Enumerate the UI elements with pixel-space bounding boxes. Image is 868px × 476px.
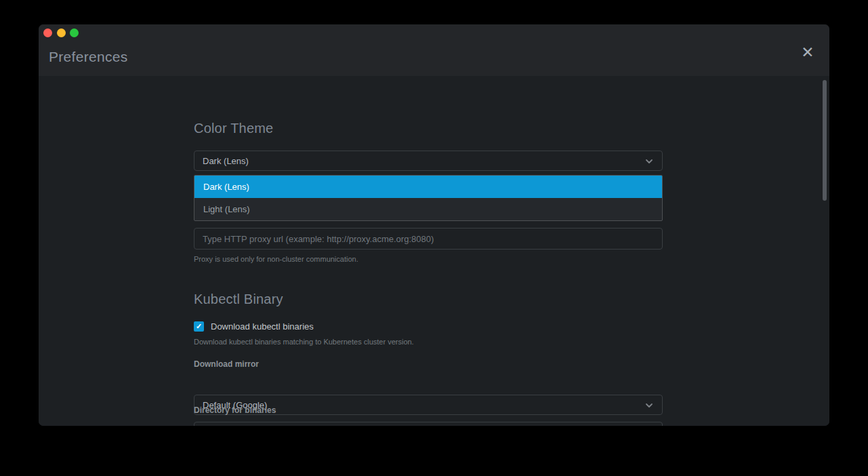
download-kubectl-checkbox-label[interactable]: Download kubectl binaries [211,321,314,332]
download-kubectl-helper: Download kubectl binaries matching to Ku… [194,338,663,346]
dropdown-option-light[interactable]: Light (Lens) [194,198,662,220]
page-title: Preferences [49,49,128,65]
check-icon: ✓ [196,322,202,331]
preferences-window: Preferences ✕ Color Theme Dark (Lens) Da… [39,24,829,426]
dropdown-option-dark[interactable]: Dark (Lens) [194,176,662,198]
checkbox-checked-icon[interactable]: ✓ [194,321,204,332]
color-theme-dropdown-menu: Dark (Lens) Light (Lens) [194,175,663,221]
directory-for-binaries-field-wrap [194,422,663,426]
title-bar: Preferences ✕ [39,24,829,76]
http-proxy-field-wrap [194,228,663,250]
color-theme-select[interactable]: Dark (Lens) [194,151,663,171]
color-theme-select-value: Dark (Lens) [203,156,249,166]
traffic-light-zoom-icon[interactable] [70,28,79,37]
close-icon: ✕ [801,43,814,62]
scrollbar-thumb[interactable] [823,80,827,201]
directory-for-binaries-input[interactable] [194,422,663,426]
kubectl-binary-heading: Kubectl Binary [194,292,663,307]
close-button[interactable]: ✕ [796,41,819,64]
traffic-light-minimize-icon[interactable] [57,28,66,37]
http-proxy-input[interactable] [194,228,663,250]
chevron-down-icon [644,157,654,166]
download-mirror-label: Download mirror [194,359,663,369]
preferences-content: Color Theme Dark (Lens) Dark (Lens) Ligh… [39,76,829,426]
color-theme-heading: Color Theme [194,121,663,136]
download-kubectl-checkbox-row: ✓ Download kubectl binaries [194,321,663,332]
directory-for-binaries-label: Directory for binaries [194,405,663,415]
http-proxy-helper: Proxy is used only for non-cluster commu… [194,255,663,263]
traffic-light-close-icon[interactable] [43,28,52,37]
